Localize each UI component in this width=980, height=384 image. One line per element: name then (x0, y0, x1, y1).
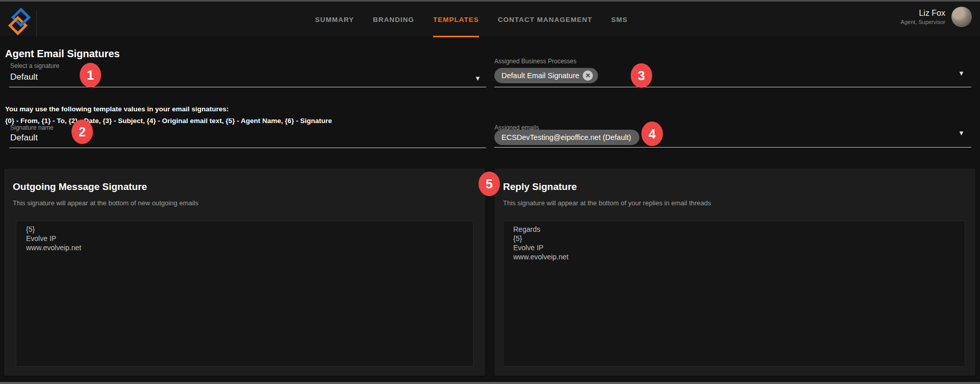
select-signature-label: Select a signature (10, 62, 59, 69)
signature-name-underline (9, 148, 486, 148)
select-signature-value[interactable]: Default (10, 72, 38, 82)
reply-signature-editor[interactable]: Regards {5} Evolve IP www.evolveip.net (503, 221, 965, 367)
assigned-emails-underline (494, 147, 971, 148)
outgoing-signature-text: {5} Evolve IP www.evolveip.net (26, 225, 81, 252)
outgoing-panel-title: Outgoing Message Signature (13, 181, 147, 193)
user-info: Liz Fox Agent, Supervisor (901, 8, 945, 26)
top-navigation-bar: SUMMARY BRANDING TEMPLATES CONTACT MANAG… (0, 0, 980, 36)
signature-name-input[interactable]: Default (10, 133, 38, 143)
user-avatar[interactable] (951, 7, 972, 27)
annotation-badge-5: 5 (479, 172, 500, 196)
annotation-badge-3: 3 (631, 63, 652, 88)
annotation-badge-1: 1 (80, 63, 101, 87)
outgoing-signature-panel: Outgoing Message Signature This signatur… (4, 169, 485, 376)
assigned-emails-chip[interactable]: ECSDevTesting@eipoffice.net (Default) (494, 130, 639, 145)
app-window: SUMMARY BRANDING TEMPLATES CONTACT MANAG… (0, 0, 980, 384)
tab-templates[interactable]: TEMPLATES (433, 2, 479, 37)
topbar-divider (36, 11, 37, 37)
user-name: Liz Fox (901, 8, 945, 18)
user-profile[interactable]: Liz Fox Agent, Supervisor (901, 7, 972, 27)
user-role: Agent, Supervisor (901, 18, 945, 26)
evolve-ip-logo-icon (7, 8, 32, 35)
select-signature-underline (9, 87, 486, 87)
reply-signature-panel: Reply Signature This signature will appe… (494, 169, 975, 376)
assigned-emails-chip-label: ECSDevTesting@eipoffice.net (Default) (501, 133, 631, 141)
assigned-bp-chip-label: Default Email Signature (501, 71, 579, 80)
page-title: Agent Email Signatures (5, 48, 120, 60)
tab-branding[interactable]: BRANDING (373, 2, 414, 37)
annotation-badge-2: 2 (71, 119, 93, 144)
select-signature-dropdown-icon[interactable]: ▼ (474, 75, 481, 82)
assigned-bp-underline (494, 87, 971, 87)
assigned-emails-dropdown-icon[interactable]: ▼ (958, 130, 965, 136)
tab-summary[interactable]: SUMMARY (315, 2, 354, 37)
reply-panel-title: Reply Signature (503, 181, 577, 193)
help-line-1: You may use the following template value… (5, 103, 332, 115)
outgoing-panel-subtitle: This signature will appear at the bottom… (13, 199, 198, 207)
assigned-bp-label: Assigned Business Processes (494, 58, 577, 65)
signature-name-label: Signature name (10, 124, 54, 131)
template-values-help: You may use the following template value… (5, 103, 332, 127)
main-nav: SUMMARY BRANDING TEMPLATES CONTACT MANAG… (315, 2, 628, 37)
reply-panel-subtitle: This signature will appear at the bottom… (503, 199, 711, 207)
assigned-bp-chip[interactable]: Default Email Signature ✕ (494, 68, 598, 83)
assigned-bp-dropdown-icon[interactable]: ▼ (958, 70, 965, 77)
tab-sms[interactable]: SMS (611, 2, 628, 37)
tab-contact-management[interactable]: CONTACT MANAGEMENT (498, 2, 592, 37)
window-bottom-edge (0, 382, 980, 384)
annotation-badge-4: 4 (641, 122, 663, 146)
chip-remove-icon[interactable]: ✕ (583, 70, 593, 81)
help-line-2: {0} - From, {1} - To, {2} - Date, {3} - … (5, 115, 332, 127)
reply-signature-text: Regards {5} Evolve IP www.evolveip.net (513, 225, 568, 261)
outgoing-signature-editor[interactable]: {5} Evolve IP www.evolveip.net (16, 221, 473, 367)
